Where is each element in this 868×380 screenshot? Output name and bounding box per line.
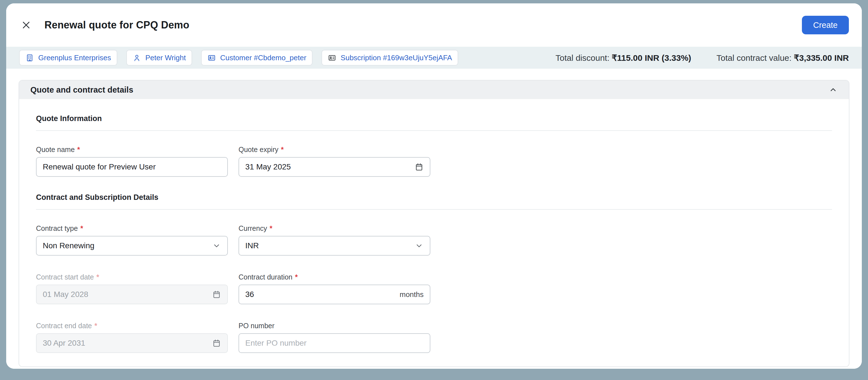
- contract-type-label: Contract type*: [36, 224, 228, 233]
- chevron-up-icon: [829, 85, 838, 94]
- total-contract-value: Total contract value:₹3,335.00 INR: [716, 53, 849, 63]
- page-title: Renewal quote for CPQ Demo: [44, 19, 189, 31]
- field-currency: Currency* INR: [239, 224, 430, 256]
- close-button[interactable]: [19, 18, 33, 32]
- contract-start-date-value: 01 May 2028: [43, 290, 88, 299]
- field-quote-expiry: Quote expiry* 31 May 2025: [239, 146, 430, 177]
- contract-start-date-picker: 01 May 2028: [36, 285, 228, 304]
- calendar-icon: [212, 339, 221, 348]
- field-quote-name: Quote name*: [36, 146, 228, 177]
- row-start-date-duration: Contract start date* 01 May 2028: [36, 273, 832, 304]
- panel-header-quote-and-contract-details[interactable]: Quote and contract details: [19, 81, 849, 99]
- field-contract-end-date: Contract end date* 30 Apr 2031: [36, 322, 228, 353]
- total-contract-value-label: Total contract value:: [716, 53, 792, 62]
- id-card-icon: [328, 54, 336, 62]
- quote-expiry-date-picker[interactable]: 31 May 2025: [239, 157, 430, 177]
- quote-name-label: Quote name*: [36, 146, 228, 154]
- required-marker: *: [270, 224, 272, 233]
- chip-account[interactable]: Greenplus Enterprises: [19, 50, 117, 66]
- required-marker: *: [94, 322, 97, 330]
- contract-duration-label: Contract duration*: [239, 273, 430, 281]
- total-contract-value-amount: ₹3,335.00 INR: [794, 53, 849, 62]
- close-icon: [21, 20, 31, 30]
- chip-subscription-label: Subscription #169w3eUjuY5ejAFA: [341, 54, 452, 62]
- contract-duration-value: 36: [245, 290, 254, 299]
- contract-duration-input[interactable]: 36 months: [239, 285, 430, 304]
- contract-details-heading: Contract and Subscription Details: [36, 193, 832, 202]
- contract-end-date-label: Contract end date*: [36, 322, 228, 330]
- quote-details-panel: Quote and contract details Quote Informa…: [19, 80, 849, 367]
- chevron-down-icon: [212, 241, 221, 250]
- person-icon: [132, 54, 141, 62]
- row-quote-name-expiry: Quote name* Quote expiry* 31 May 2025: [36, 146, 832, 177]
- backdrop: Renewal quote for CPQ Demo Create Greenp…: [0, 0, 868, 380]
- total-discount-value: ₹115.00 INR (3.33%): [612, 53, 691, 62]
- calendar-icon: [212, 290, 221, 299]
- chip-customer[interactable]: Customer #Cbdemo_peter: [201, 50, 312, 66]
- title-bar: Renewal quote for CPQ Demo Create: [6, 3, 862, 47]
- quote-expiry-label: Quote expiry*: [239, 146, 430, 154]
- contract-start-date-label: Contract start date*: [36, 273, 228, 281]
- chevron-down-icon: [414, 241, 424, 250]
- currency-select[interactable]: INR: [239, 236, 430, 256]
- renewal-quote-modal: Renewal quote for CPQ Demo Create Greenp…: [6, 3, 862, 369]
- panel-body: Quote Information Quote name* Quote expi…: [19, 99, 849, 367]
- quote-name-input[interactable]: [36, 157, 228, 177]
- required-marker: *: [96, 273, 99, 281]
- currency-label: Currency*: [239, 224, 430, 233]
- quote-expiry-value: 31 May 2025: [245, 163, 291, 171]
- total-discount: Total discount:₹115.00 INR (3.33%): [556, 53, 691, 63]
- currency-value: INR: [245, 241, 259, 250]
- required-marker: *: [295, 273, 298, 281]
- create-button[interactable]: Create: [802, 16, 849, 34]
- field-contract-start-date: Contract start date* 01 May 2028: [36, 273, 228, 304]
- total-discount-label: Total discount:: [556, 53, 610, 62]
- chip-subscription[interactable]: Subscription #169w3eUjuY5ejAFA: [321, 50, 458, 66]
- required-marker: *: [81, 224, 83, 233]
- divider: [36, 130, 832, 131]
- info-bar: Greenplus Enterprises Peter Wright Custo…: [6, 47, 862, 69]
- field-contract-duration: Contract duration* 36 months: [239, 273, 430, 304]
- modal-content: Quote and contract details Quote Informa…: [6, 69, 862, 369]
- chip-account-label: Greenplus Enterprises: [38, 54, 111, 62]
- chip-contact-label: Peter Wright: [146, 54, 186, 62]
- chip-contact[interactable]: Peter Wright: [126, 50, 192, 66]
- row-contract-type-currency: Contract type* Non Renewing C: [36, 224, 832, 256]
- quote-information-heading: Quote Information: [36, 114, 832, 123]
- building-icon: [25, 54, 34, 62]
- po-number-label: PO number: [239, 322, 430, 330]
- chip-customer-label: Customer #Cbdemo_peter: [220, 54, 306, 62]
- contract-type-value: Non Renewing: [43, 241, 94, 250]
- required-marker: *: [281, 146, 284, 154]
- contract-end-date-picker: 30 Apr 2031: [36, 333, 228, 353]
- panel-title: Quote and contract details: [30, 85, 133, 94]
- divider: [36, 209, 832, 210]
- id-card-icon: [207, 54, 216, 62]
- required-marker: *: [78, 146, 80, 154]
- po-number-input[interactable]: [239, 333, 430, 353]
- totals: Total discount:₹115.00 INR (3.33%) Total…: [556, 53, 849, 63]
- calendar-icon: [414, 163, 424, 171]
- duration-unit-suffix: months: [400, 290, 424, 299]
- contract-end-date-value: 30 Apr 2031: [43, 339, 85, 348]
- field-contract-type: Contract type* Non Renewing: [36, 224, 228, 256]
- row-end-date-po: Contract end date* 30 Apr 2031: [36, 322, 832, 353]
- contract-type-select[interactable]: Non Renewing: [36, 236, 228, 256]
- field-po-number: PO number: [239, 322, 430, 353]
